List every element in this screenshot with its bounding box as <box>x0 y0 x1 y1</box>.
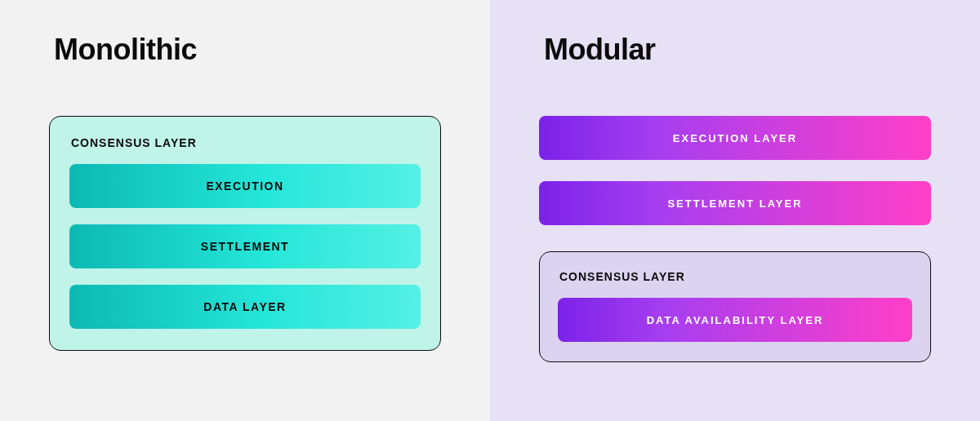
modular-panel: Modular Execution Layer Settlement Layer… <box>490 0 980 421</box>
monolithic-consensus-box: Consensus Layer Execution Settlement Dat… <box>49 116 441 351</box>
monolithic-panel: Monolithic Consensus Layer Execution Set… <box>0 0 490 421</box>
modular-execution-bar: Execution Layer <box>539 116 931 160</box>
monolithic-consensus-heading: Consensus Layer <box>71 136 421 149</box>
monolithic-settlement-bar: Settlement <box>69 224 421 268</box>
modular-consensus-heading: Consensus Layer <box>559 270 912 283</box>
monolithic-title: Monolithic <box>54 33 441 67</box>
modular-stack: Execution Layer Settlement Layer Consens… <box>539 116 931 362</box>
monolithic-data-bar: Data Layer <box>69 285 421 329</box>
modular-data-availability-bar: Data Availability Layer <box>558 298 912 342</box>
modular-title: Modular <box>544 33 931 67</box>
modular-settlement-bar: Settlement Layer <box>539 181 931 225</box>
modular-consensus-box: Consensus Layer Data Availability Layer <box>539 251 931 362</box>
monolithic-execution-bar: Execution <box>69 164 421 208</box>
